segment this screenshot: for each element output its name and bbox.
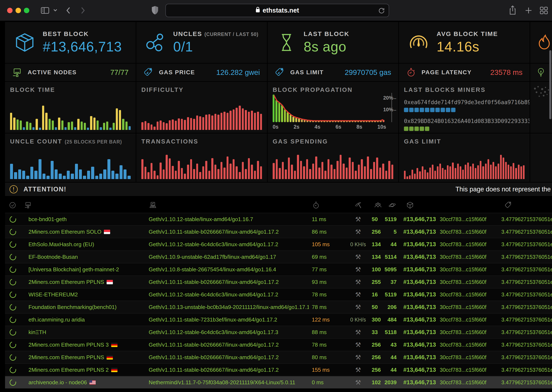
chart-bar: [181, 168, 183, 179]
chart-bar: [81, 121, 83, 130]
gas-limit-chart-panel: GAS LIMIT: [399, 133, 530, 182]
privacy-shield-icon[interactable]: [151, 6, 159, 15]
back-button[interactable]: [65, 6, 71, 15]
column-header-cube-icon[interactable]: [400, 201, 440, 210]
node-name[interactable]: 2Miners.com Ethereum PPLNS 3: [24, 342, 149, 348]
node-name[interactable]: bce-bnd01-geth: [24, 216, 149, 223]
close-window-button[interactable]: [7, 8, 13, 13]
chart-bar: [74, 127, 76, 130]
node-name[interactable]: archivenode.io - node06: [24, 379, 149, 386]
table-row[interactable]: 2Miners.com Ethereum PPLNS Geth/v1.10.11…: [5, 351, 552, 363]
chart-bar: [45, 113, 47, 130]
node-mining: ⚒: [344, 266, 372, 273]
page-scrollbar[interactable]: [549, 50, 551, 119]
node-version: Geth/v1.10.11-stable-b0266667/linux-amd6…: [149, 367, 309, 373]
node-name[interactable]: 2Miners.com Ethereum SOLO: [24, 229, 149, 235]
table-row[interactable]: bce-bnd01-geth Geth/v1.10.12-stable/linu…: [5, 213, 552, 225]
chart-bar: [349, 121, 351, 122]
chart-bar: [147, 123, 150, 130]
table-row[interactable]: WISE-ETHEREUM2 Geth/v1.10.12-stable-6c4d…: [5, 288, 552, 301]
node-pending: 5095: [384, 266, 400, 273]
chart-bar: [298, 119, 300, 122]
column-header-planet-icon[interactable]: [384, 201, 400, 210]
node-name[interactable]: kinΞTH: [24, 329, 149, 336]
node-name[interactable]: 2Miners.com Ethereum PPLNS: [24, 279, 149, 285]
hashrate-value: 0 KH/s: [350, 317, 366, 322]
node-name[interactable]: WISE-ETHEREUM2: [24, 291, 149, 298]
node-name[interactable]: 2Miners.com Ethereum PPLNS: [24, 354, 149, 361]
table-row[interactable]: 2Miners.com Ethereum SOLO Geth/v1.10.11-…: [5, 225, 552, 238]
node-latency: 155 ms: [309, 367, 344, 373]
forward-button[interactable]: [80, 6, 86, 15]
table-row[interactable]: eth.icanmining.ru aridia Geth/v1.10.11-s…: [5, 313, 552, 326]
minimize-window-button[interactable]: [15, 8, 21, 13]
table-row[interactable]: 2Miners.com Ethereum PPLNS Geth/v1.10.11…: [5, 275, 552, 288]
node-version: Geth/v1.10.12-stable-6c4dc6c3/linux-amd6…: [149, 291, 309, 298]
column-header-people-icon[interactable]: [372, 201, 384, 210]
url-bar[interactable]: ethstats.net: [165, 4, 389, 17]
chart-bar: [487, 159, 489, 179]
column-header-pickaxe-icon[interactable]: [344, 201, 372, 210]
reload-icon[interactable]: [378, 7, 385, 15]
share-icon[interactable]: [509, 5, 517, 16]
node-difficulty: 3.477962715376051e+22: [498, 279, 552, 285]
tab-overview-icon[interactable]: [539, 6, 548, 15]
column-header-check-circle-icon[interactable]: [5, 201, 24, 210]
table-row[interactable]: EF-Bootnode-Busan Geth/v1.10.9-unstable-…: [5, 250, 552, 263]
node-name[interactable]: [Universa Blockchain] geth-mainnet-2: [24, 266, 149, 273]
column-header-stopwatch-icon[interactable]: [309, 201, 344, 210]
table-row[interactable]: 2Miners.com Ethereum PPLNS 3 Geth/v1.10.…: [5, 338, 552, 351]
chart-bar: [245, 110, 247, 130]
node-name[interactable]: 2Miners.com Ethereum PPLNS 2: [24, 367, 149, 373]
node-status-icon: [9, 279, 17, 285]
column-header-monitor-icon[interactable]: [24, 201, 149, 210]
node-latency: 122 ms: [309, 316, 344, 323]
chart-bar: [257, 161, 259, 179]
table-row[interactable]: 2Miners.com Ethereum PPLNS 2 Geth/v1.10.…: [5, 363, 552, 376]
chart-bar: [385, 171, 387, 179]
node-peers: 256: [372, 367, 384, 373]
chart-bar: [205, 161, 207, 179]
chart-bar: [523, 165, 524, 179]
sidebar-toggle-icon[interactable]: [40, 6, 50, 15]
block-propagation-chart: 20% 10%: [273, 95, 393, 122]
node-block-hash: 30ccf783...c15f660f: [440, 229, 498, 235]
miner-blocks-squares: [404, 108, 524, 112]
column-header-laptop-icon[interactable]: [149, 201, 309, 210]
node-version: Geth/v1.10.11-stable-7231b3ef/linux-amd6…: [149, 316, 309, 323]
x-tick: 4s: [315, 124, 320, 130]
sidebar-chevron-icon[interactable]: [53, 8, 58, 12]
column-header-tag-icon[interactable]: [498, 201, 552, 210]
node-name[interactable]: EthSolo.MaxHash.org (EU): [24, 241, 149, 248]
table-row[interactable]: kinΞTH Geth/v1.10.12-stable-6c4dc6c3/lin…: [5, 326, 552, 338]
node-peers: 134: [372, 241, 384, 248]
table-row[interactable]: Foundation Benchmarking(bench01) Geth/v1…: [5, 301, 552, 313]
node-peers: 102: [372, 379, 384, 386]
chart-bar: [13, 118, 15, 130]
node-status-icon: [9, 254, 17, 260]
chart-bar: [321, 121, 323, 122]
crossed-pickaxes-icon: ⚒: [355, 253, 361, 261]
zoom-window-button[interactable]: [24, 8, 29, 13]
node-block-hash: 30ccf783...c15f660f: [440, 354, 498, 360]
table-row[interactable]: archivenode.io - node06 Nethermind/v1.11…: [5, 376, 552, 388]
chart-bar: [115, 174, 118, 179]
miner-address[interactable]: 0x829BD824B016326A401d083B33D092293333A8…: [404, 118, 530, 124]
node-name[interactable]: eth.icanmining.ru aridia: [24, 316, 149, 323]
cube-icon: [14, 31, 36, 54]
chart-bar: [141, 159, 143, 179]
block-propagation-chart-title: BLOCK PROPAGATION: [273, 86, 393, 93]
chart-bar: [309, 121, 311, 122]
node-name[interactable]: EF-Bootnode-Busan: [24, 254, 149, 260]
x-tick: 6s: [336, 124, 341, 130]
table-row[interactable]: EthSolo.MaxHash.org (EU) Geth/v1.10.12-s…: [5, 238, 552, 250]
chart-bar: [34, 171, 37, 179]
chart-bar: [377, 121, 379, 122]
new-tab-icon[interactable]: [524, 6, 533, 15]
attention-marquee-text: This page does not represent the: [455, 186, 551, 193]
chart-bar: [329, 121, 331, 122]
node-name[interactable]: Foundation Benchmarking(bench01): [24, 304, 149, 310]
table-row[interactable]: [Universa Blockchain] geth-mainnet-2 Get…: [5, 263, 552, 275]
node-status-icon: [9, 354, 17, 361]
miner-address[interactable]: 0xea674fdde714fd979de3edf0f56aa9716b898e…: [404, 99, 530, 105]
